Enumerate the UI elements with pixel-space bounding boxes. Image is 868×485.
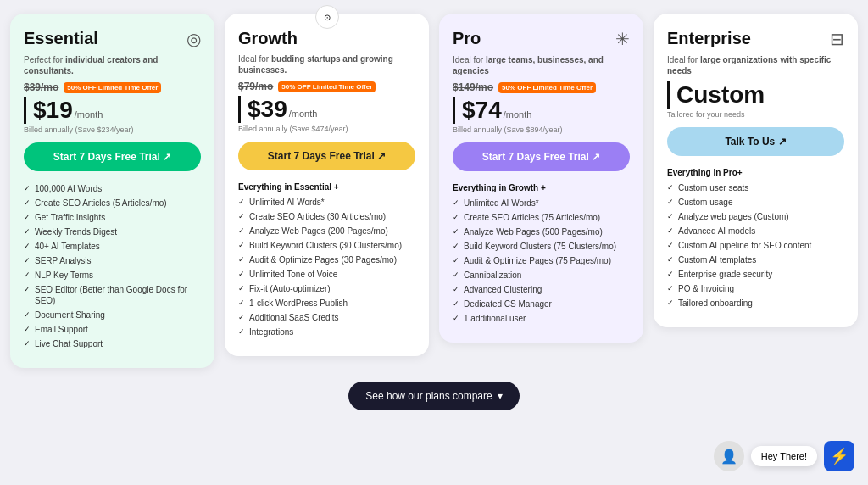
feature-item: ✓ Custom AI pipeline for SEO content (667, 240, 844, 251)
check-icon: ✓ (667, 270, 674, 280)
check-icon: ✓ (453, 256, 459, 266)
cta-button-growth[interactable]: Start 7 Days Free Trial ↗ (238, 142, 415, 170)
plan-name-pro: Pro (453, 29, 481, 48)
check-icon: ✓ (24, 270, 31, 281)
plan-original-price-growth: $79/mo 50% OFF Limited Time Offer (238, 81, 415, 92)
check-icon: ✓ (238, 270, 245, 280)
plan-price-amount-enterprise: Custom (676, 81, 765, 109)
check-icon: ✓ (667, 298, 674, 309)
features-section-essential: ✓ 100,000 AI Words ✓ Create SEO Articles… (24, 183, 201, 349)
check-icon: ✓ (667, 284, 674, 294)
check-icon: ✓ (238, 241, 245, 251)
plan-name-enterprise: Enterprise (667, 29, 751, 48)
feature-text: 1 additional user (464, 313, 526, 324)
plan-tagline-essential: Perfect for individual creators and cons… (24, 54, 201, 76)
check-icon: ✓ (667, 183, 674, 193)
chat-greeting-text: Hey There! (761, 451, 807, 461)
chat-widget-button[interactable]: ⚡ (824, 441, 854, 471)
check-icon: ✓ (453, 227, 459, 237)
feature-text: Advanced Clustering (464, 284, 542, 295)
original-amount-essential: $39/mo (24, 81, 58, 93)
plans-container: Essential ◎ Perfect for individual creat… (10, 14, 858, 368)
feature-text: Unlimited Tone of Voice (249, 269, 337, 280)
feature-item: ✓ SERP Analysis (24, 255, 201, 266)
check-icon: ✓ (238, 313, 245, 323)
original-amount-pro: $149/mo (453, 81, 493, 93)
feature-text: Document Sharing (35, 309, 105, 321)
bottom-bar: See how our plans compare ▾ (348, 382, 519, 410)
feature-text: Create SEO Articles (30 Articles/mo) (249, 211, 386, 222)
plan-card-growth: ⊙ Growth Ideal for budding startups and … (225, 14, 429, 356)
check-icon: ✓ (24, 227, 31, 237)
feature-text: Custom user seats (678, 182, 748, 193)
feature-item: ✓ Build Keyword Clusters (75 Clusters/mo… (453, 241, 630, 252)
features-section-pro: Everything in Growth + ✓ Unlimited AI Wo… (453, 183, 630, 324)
feature-item: ✓ Document Sharing (24, 309, 201, 321)
feature-item: ✓ Create SEO Articles (5 Articles/mo) (24, 198, 201, 209)
check-icon: ✓ (238, 284, 245, 294)
plan-price-suffix-growth: /month (289, 109, 318, 119)
check-icon: ✓ (238, 212, 245, 222)
check-icon: ✓ (24, 310, 31, 321)
feature-text: Tailored onboarding (678, 298, 753, 309)
feature-text: Weekly Trends Digest (35, 226, 117, 237)
feature-item: ✓ Audit & Optimize Pages (30 Pages/mo) (238, 254, 415, 265)
features-section-growth: Everything in Essential + ✓ Unlimited AI… (238, 182, 415, 337)
features-header-pro: Everything in Growth + (453, 183, 630, 192)
plan-tagline-pro: Ideal for large teams, businesses, and a… (453, 54, 630, 76)
feature-item: ✓ Advanced Clustering (453, 284, 630, 295)
features-section-enterprise: Everything in Pro+ ✓ Custom user seats ✓… (667, 168, 844, 309)
check-icon: ✓ (24, 242, 31, 252)
check-icon: ✓ (453, 213, 459, 223)
plan-price-main-pro: $74 /month (453, 97, 630, 124)
feature-item: ✓ Dedicated CS Manager (453, 298, 630, 309)
cta-button-enterprise[interactable]: Talk To Us ↗ (667, 127, 844, 156)
check-icon: ✓ (453, 242, 459, 252)
check-icon: ✓ (238, 198, 245, 208)
plan-name-essential: Essential (24, 29, 98, 48)
check-icon: ✓ (667, 212, 674, 222)
plan-price-amount-pro: $74 (462, 97, 502, 124)
feature-text: Analyze Web Pages (500 Pages/mo) (464, 226, 603, 237)
cta-button-pro[interactable]: Start 7 Days Free Trial ↗ (453, 142, 630, 171)
feature-text: Integrations (249, 326, 293, 337)
feature-text: Fix-it (Auto-optimizer) (249, 283, 331, 294)
check-icon: ✓ (24, 256, 31, 266)
feature-item: ✓ Email Support (24, 324, 201, 335)
feature-item: ✓ PO & Invoicing (667, 283, 844, 294)
chat-avatar[interactable]: 👤 (714, 441, 744, 471)
feature-text: Custom AI pipeline for SEO content (678, 240, 811, 251)
plan-header-pro: Pro ✳ (453, 29, 630, 49)
plan-icon-essential: ◎ (186, 29, 201, 49)
feature-item: ✓ Unlimited AI Words* (453, 198, 630, 209)
check-icon: ✓ (238, 226, 245, 237)
check-icon: ✓ (24, 198, 31, 209)
feature-item: ✓ Enterprise grade security (667, 269, 844, 280)
feature-item: ✓ Build Keyword Clusters (30 Clusters/mo… (238, 240, 415, 251)
feature-item: ✓ Create SEO Articles (75 Articles/mo) (453, 212, 630, 223)
feature-item: ✓ Analyze Web Pages (500 Pages/mo) (453, 226, 630, 237)
compare-plans-button[interactable]: See how our plans compare ▾ (348, 382, 519, 410)
feature-text: Cannibalization (464, 270, 521, 281)
feature-item: ✓ Unlimited Tone of Voice (238, 269, 415, 280)
check-icon: ✓ (453, 270, 459, 281)
avatar-icon: 👤 (721, 449, 737, 465)
plan-price-main-essential: $19 /month (24, 97, 201, 124)
chat-widget-icon: ⚡ (830, 447, 849, 465)
plan-tagline-growth: Ideal for budding startups and growing b… (238, 53, 415, 75)
feature-item: ✓ Weekly Trends Digest (24, 226, 201, 237)
features-header-enterprise: Everything in Pro+ (667, 168, 844, 177)
check-icon: ✓ (667, 226, 674, 237)
check-icon: ✓ (667, 241, 674, 251)
cta-button-essential[interactable]: Start 7 Days Free Trial ↗ (24, 142, 201, 171)
plan-original-price-pro: $149/mo 50% OFF Limited Time Offer (453, 81, 630, 93)
plan-card-essential: Essential ◎ Perfect for individual creat… (10, 14, 214, 368)
feature-item: ✓ 1-click WordPress Publish (238, 298, 415, 309)
feature-item: ✓ NLP Key Terms (24, 270, 201, 281)
check-icon: ✓ (238, 298, 245, 309)
feature-item: ✓ Advanced AI models (667, 226, 844, 237)
plan-icon-enterprise: ⊟ (830, 29, 844, 49)
feature-text: Build Keyword Clusters (75 Clusters/mo) (464, 241, 616, 252)
check-icon: ✓ (24, 213, 31, 223)
feature-item: ✓ Create SEO Articles (30 Articles/mo) (238, 211, 415, 222)
